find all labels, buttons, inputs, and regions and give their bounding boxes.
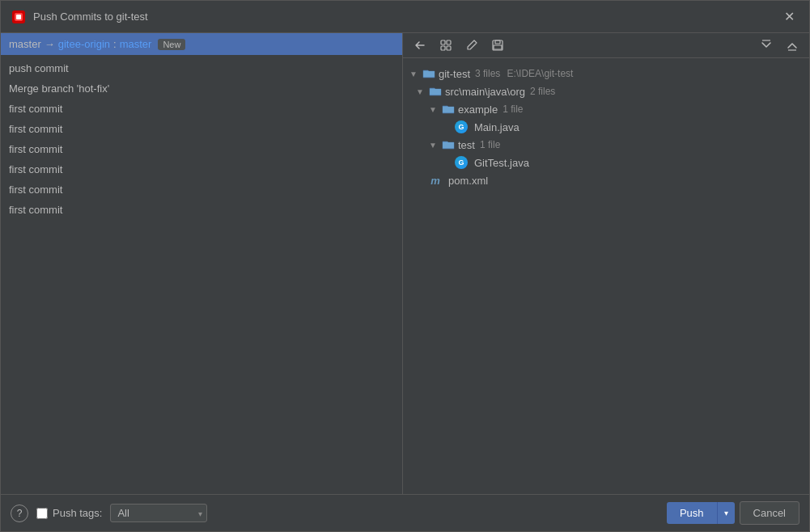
svg-rect-13 (430, 89, 441, 95)
commit-item[interactable]: first commit (1, 99, 402, 119)
push-dropdown-button[interactable]: ▾ (717, 502, 735, 524)
src-folder-name: src\main\java\org (445, 86, 525, 98)
right-toolbar (403, 33, 809, 58)
push-tags-dropdown-wrapper: All Annotated None ▾ (110, 504, 207, 522)
branch-arrow: → (45, 38, 55, 50)
branch-row: master → gitee-origin : master New (1, 33, 402, 55)
title-bar-left: Push Commits to git-test (11, 9, 148, 25)
svg-rect-8 (495, 40, 500, 44)
commit-message: Merge branch 'hot-fix' (9, 82, 109, 95)
commit-item[interactable]: first commit (1, 159, 402, 179)
back-arrow-button[interactable] (409, 36, 430, 54)
close-button[interactable]: ✕ (779, 7, 799, 26)
root-file-badge: 3 files (475, 68, 500, 79)
commit-item[interactable]: first commit (1, 119, 402, 139)
commit-list: push commit Merge branch 'hot-fix' first… (1, 55, 402, 494)
collapse-all-button[interactable] (782, 36, 803, 54)
local-branch-label: master (9, 38, 41, 50)
dialog-title: Push Commits to git-test (33, 11, 148, 23)
commit-item[interactable]: first commit (1, 179, 402, 200)
example-folder-item[interactable]: ▼ example 1 file (403, 100, 809, 118)
edit-button[interactable] (461, 36, 482, 54)
push-commits-dialog: Push Commits to git-test ✕ master → gite… (0, 0, 810, 532)
svg-rect-14 (443, 107, 454, 112)
commit-message: push commit (9, 62, 69, 74)
push-tags-checkbox[interactable] (36, 508, 48, 519)
help-button[interactable]: ? (11, 505, 28, 522)
chevron-down-icon: ▼ (429, 105, 439, 114)
commit-message: first commit (9, 143, 62, 155)
root-folder-name: git-test (439, 68, 470, 80)
example-folder-name: example (458, 103, 498, 116)
commit-message: first commit (9, 204, 62, 216)
main-java-item[interactable]: G Main.java (403, 118, 809, 136)
tree-root-item[interactable]: ▼ git-test 3 files E:\IDEA\git-test (403, 65, 809, 82)
chevron-down-icon: ▼ (429, 141, 439, 150)
commit-message: first commit (9, 163, 62, 175)
toolbar-left (409, 36, 508, 54)
commit-message: first commit (9, 103, 62, 115)
commit-item[interactable]: push commit (1, 58, 402, 78)
push-tags-select[interactable]: All Annotated None (110, 504, 207, 522)
new-badge: New (158, 39, 185, 50)
pom-xml-name: pom.xml (448, 175, 488, 187)
gittest-java-item[interactable]: G GitTest.java (403, 154, 809, 171)
svg-rect-6 (447, 46, 451, 50)
save-button[interactable] (487, 36, 508, 54)
main-java-name: Main.java (474, 121, 520, 133)
svg-rect-12 (423, 71, 435, 77)
commit-item[interactable]: first commit (1, 139, 402, 159)
svg-rect-5 (441, 46, 445, 50)
expand-all-button[interactable] (756, 36, 777, 54)
app-icon (11, 9, 27, 25)
src-folder-item[interactable]: ▼ src\main\java\org 2 files (403, 82, 809, 100)
svg-rect-4 (447, 40, 451, 44)
commit-message: first commit (9, 123, 62, 135)
push-tags-label: Push tags: (36, 507, 102, 519)
commit-message: first commit (9, 184, 62, 196)
folder-icon (422, 67, 435, 80)
svg-rect-3 (441, 40, 445, 44)
push-button-group: Push ▾ (667, 502, 735, 524)
target-branch-link[interactable]: master (120, 38, 152, 50)
pom-file-icon: m (429, 174, 442, 187)
src-file-badge: 2 files (530, 86, 555, 97)
right-panel: ▼ git-test 3 files E:\IDEA\git-test ▼ (403, 33, 809, 494)
pom-xml-item[interactable]: m pom.xml (403, 171, 809, 189)
bottom-bar: ? Push tags: All Annotated None ▾ Push ▾… (1, 494, 809, 531)
folder-icon (429, 85, 442, 98)
push-button[interactable]: Push (667, 502, 717, 524)
left-panel: master → gitee-origin : master New push … (1, 33, 403, 494)
test-folder-name: test (458, 139, 475, 151)
commit-item[interactable]: first commit (1, 200, 402, 220)
remote-link[interactable]: gitee-origin (58, 38, 110, 50)
main-content: master → gitee-origin : master New push … (1, 33, 809, 494)
java-file-icon: G (455, 156, 468, 169)
test-folder-item[interactable]: ▼ test 1 file (403, 136, 809, 154)
gittest-java-name: GitTest.java (474, 157, 529, 169)
cancel-button[interactable]: Cancel (740, 501, 799, 525)
svg-rect-15 (443, 142, 454, 148)
java-file-icon: G (455, 120, 468, 133)
test-file-badge: 1 file (480, 139, 500, 150)
commit-item[interactable]: Merge branch 'hot-fix' (1, 78, 402, 99)
svg-rect-2 (16, 15, 21, 19)
folder-icon (442, 138, 455, 151)
title-bar: Push Commits to git-test ✕ (1, 1, 809, 33)
file-tree: ▼ git-test 3 files E:\IDEA\git-test ▼ (403, 58, 809, 494)
branch-colon: : (113, 38, 117, 50)
root-path: E:\IDEA\git-test (507, 68, 573, 79)
chevron-down-icon: ▼ (409, 70, 419, 78)
chevron-down-icon: ▼ (416, 87, 426, 96)
push-tags-text: Push tags: (53, 507, 102, 519)
structure-button[interactable] (435, 36, 456, 54)
bottom-right: Push ▾ Cancel (667, 501, 799, 525)
bottom-left: ? Push tags: All Annotated None ▾ (11, 504, 207, 522)
folder-icon (442, 103, 455, 116)
example-file-badge: 1 file (503, 103, 523, 115)
toolbar-right (756, 36, 803, 54)
svg-rect-9 (494, 45, 502, 49)
